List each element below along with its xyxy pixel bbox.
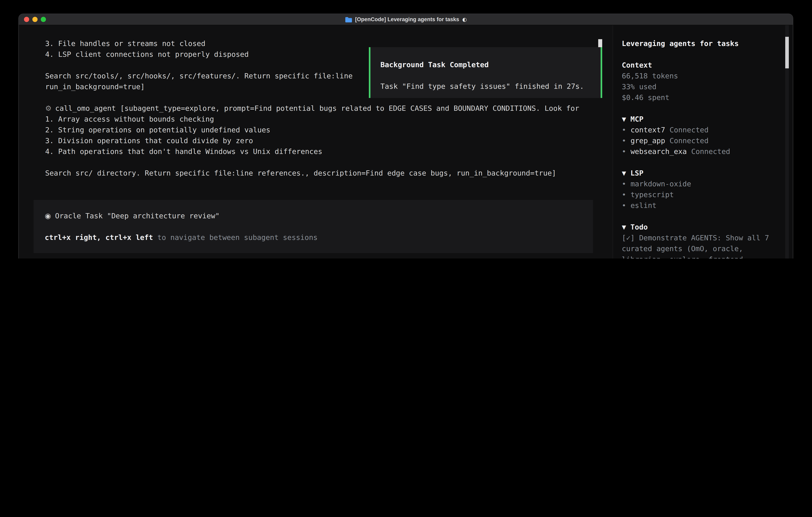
background-task-toast[interactable]: Background Task Completed Task "Find typ… — [369, 47, 602, 98]
bullet-icon: • — [622, 147, 626, 156]
context-tokens: 66,518 tokens — [622, 71, 788, 81]
sidebar-scrollbar-thumb[interactable] — [785, 37, 789, 69]
mcp-item: •websearch_exaConnected — [622, 146, 788, 157]
traffic-lights — [24, 14, 46, 25]
context-section: Context 66,518 tokens 33% used $0.46 spe… — [622, 60, 788, 103]
bullet-icon: • — [622, 201, 626, 210]
terminal-line: 3. Division operations that could divide… — [34, 135, 602, 146]
terminal-pane: 3. File handles or streams not closed 4.… — [19, 25, 613, 258]
session-title: Leveraging agents for tasks — [622, 38, 788, 49]
mcp-heading[interactable]: ▼ MCP — [622, 113, 788, 124]
minimize-button[interactable] — [32, 17, 37, 22]
lsp-heading[interactable]: ▼ LSP — [622, 167, 788, 178]
mcp-item: •grep_appConnected — [622, 135, 788, 146]
bullet-icon: • — [622, 136, 626, 145]
lsp-item: •typescript — [622, 189, 788, 200]
shortcut-separator: , — [97, 233, 105, 242]
toast-body: Task "Find type safety issues" finished … — [380, 81, 601, 91]
opencode-window: [OpenCode] Leveraging agents for tasks ◐… — [19, 14, 793, 258]
titlebar[interactable]: [OpenCode] Leveraging agents for tasks ◐ — [19, 14, 793, 25]
blank-line — [45, 221, 593, 232]
lsp-item: •eslint — [622, 200, 788, 211]
window-title: [OpenCode] Leveraging agents for tasks ◐ — [345, 14, 467, 25]
context-spent: $0.46 spent — [622, 92, 788, 103]
zoom-button[interactable] — [41, 17, 46, 22]
tool-call-text: call_omo_agent [subagent_type=explore, p… — [55, 104, 579, 112]
todo-item: [✓] Demonstrate AGENTS: Show all 7 curat… — [622, 232, 788, 258]
shortcut-key: ctrl+x right — [45, 233, 97, 242]
window-body: 3. File handles or streams not closed 4.… — [19, 25, 793, 258]
progress-moon-icon: ◐ — [462, 14, 467, 25]
oracle-title: Oracle Task "Deep architecture review" — [55, 212, 220, 220]
todo-heading[interactable]: ▼ Todo — [622, 221, 788, 232]
bullet-icon: • — [622, 180, 626, 188]
context-used: 33% used — [622, 81, 788, 92]
terminal-line: 2. String operations on potentially unde… — [34, 124, 602, 135]
oracle-title-line: ◉Oracle Task "Deep architecture review" — [45, 210, 593, 221]
desktop-background: [OpenCode] Leveraging agents for tasks ◐… — [0, 0, 812, 258]
oracle-hint-line: ctrl+x right, ctrl+x left to navigate be… — [45, 232, 593, 243]
oracle-task-panel: ◉Oracle Task "Deep architecture review" … — [34, 200, 593, 253]
terminal-line: Search src/ directory. Return specific f… — [34, 167, 602, 178]
gear-icon: ⚙ — [45, 104, 52, 112]
sidebar: Leveraging agents for tasks Context 66,5… — [613, 25, 793, 258]
lsp-section: ▼ LSP •markdown-oxide •typescript •eslin… — [622, 167, 788, 211]
folder-icon — [345, 17, 352, 22]
mcp-section: ▼ MCP •context7Connected •grep_appConnec… — [622, 113, 788, 157]
toast-title: Background Task Completed — [380, 59, 601, 70]
bullet-icon: • — [622, 126, 626, 134]
terminal-line: 4. Path operations that don't handle Win… — [34, 146, 602, 157]
close-button[interactable] — [24, 17, 29, 22]
record-icon: ◉ — [45, 212, 51, 220]
lsp-item: •markdown-oxide — [622, 178, 788, 189]
window-title-text: [OpenCode] Leveraging agents for tasks — [355, 14, 459, 25]
tool-call-line: ⚙call_omo_agent [subagent_type=explore, … — [34, 103, 602, 113]
bullet-icon: • — [622, 190, 626, 199]
terminal-line: 1. Array access without bounds checking — [34, 113, 602, 124]
hint-text: to navigate between subagent sessions — [153, 233, 318, 242]
todo-section: ▼ Todo [✓] Demonstrate AGENTS: Show all … — [622, 221, 788, 258]
terminal-line — [34, 157, 602, 167]
shortcut-key: ctrl+x left — [105, 233, 153, 242]
mcp-item: •context7Connected — [622, 124, 788, 135]
context-heading: Context — [622, 60, 788, 71]
